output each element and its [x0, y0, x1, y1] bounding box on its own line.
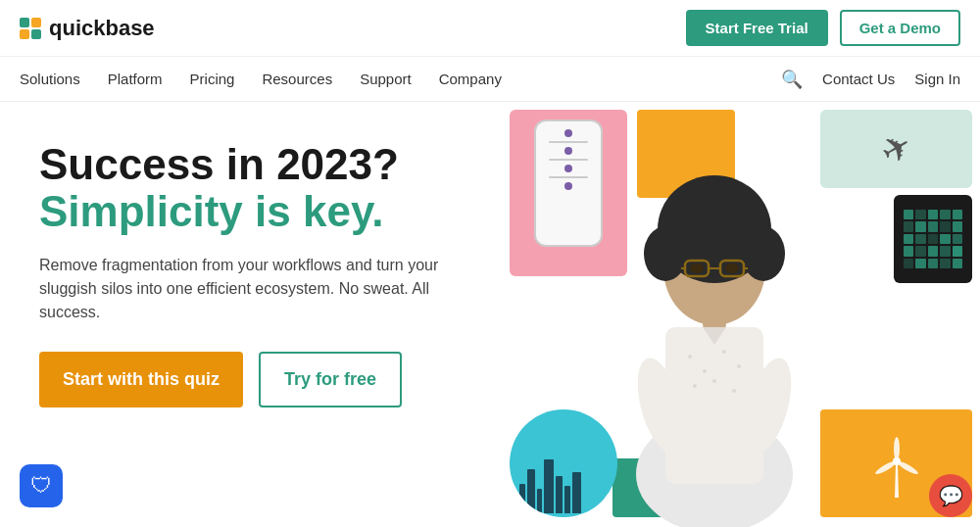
search-icon[interactable]: 🔍	[781, 69, 803, 90]
svg-point-3	[896, 459, 919, 476]
svg-point-14	[675, 183, 754, 232]
nav-right: 🔍 Contact Us Sign In	[781, 69, 960, 90]
logo[interactable]: quickbase	[20, 16, 155, 41]
plane-icon: ✈	[873, 123, 919, 173]
shield-icon: 🛡	[30, 473, 52, 499]
grid-lines	[904, 210, 962, 268]
map-dot-2	[564, 147, 572, 155]
map-dot-3	[564, 165, 572, 172]
map-dot-4	[564, 182, 572, 190]
svg-point-4	[873, 459, 897, 476]
shield-badge-button[interactable]: 🛡	[20, 464, 63, 507]
hero-title-line2: Simplicity is key.	[39, 188, 470, 235]
person-image	[587, 102, 842, 527]
hero-description: Remove fragmentation from your workflows…	[39, 254, 451, 324]
nav-platform[interactable]: Platform	[108, 71, 163, 87]
map-line-3	[549, 176, 588, 178]
svg-point-13	[742, 226, 785, 281]
nav-solutions[interactable]: Solutions	[20, 71, 80, 87]
map-line-2	[549, 159, 588, 161]
get-demo-button[interactable]: Get a Demo	[840, 10, 960, 46]
hero-buttons: Start with this quiz Try for free	[39, 352, 470, 407]
nav-resources[interactable]: Resources	[262, 71, 332, 87]
quiz-button[interactable]: Start with this quiz	[39, 352, 243, 407]
svg-point-12	[644, 226, 687, 281]
hero-title-line1: Success in 2023?	[39, 141, 470, 188]
svg-point-27	[712, 379, 716, 383]
top-actions: Start Free Trial Get a Demo	[686, 10, 960, 46]
svg-point-26	[693, 384, 697, 388]
plane-tile: ✈	[820, 110, 972, 188]
hero-section: Success in 2023? Simplicity is key. Remo…	[0, 102, 980, 527]
free-trial-button[interactable]: Try for free	[259, 352, 402, 407]
top-bar: quickbase Start Free Trial Get a Demo	[0, 0, 980, 57]
svg-point-23	[703, 369, 707, 373]
sign-in-link[interactable]: Sign In	[914, 71, 960, 87]
chat-bubble-button[interactable]: 💬	[929, 474, 972, 517]
logo-icon	[20, 18, 41, 39]
windmill-icon	[862, 424, 931, 503]
svg-point-2	[894, 437, 900, 460]
svg-point-21	[725, 264, 739, 273]
logo-text: quickbase	[49, 16, 155, 41]
start-free-trial-button[interactable]: Start Free Trial	[686, 10, 828, 46]
person-svg	[587, 102, 842, 527]
svg-point-28	[732, 389, 736, 393]
nav-bar: Solutions Platform Pricing Resources Sup…	[0, 57, 980, 102]
contact-us-link[interactable]: Contact Us	[822, 71, 895, 87]
nav-pricing[interactable]: Pricing	[190, 71, 235, 87]
svg-point-20	[690, 264, 704, 273]
nav-company[interactable]: Company	[439, 71, 502, 87]
hero-visual: ✈	[500, 102, 980, 527]
nav-support[interactable]: Support	[360, 71, 412, 87]
nav-links: Solutions Platform Pricing Resources Sup…	[20, 71, 502, 87]
map-dot-1	[564, 129, 572, 137]
svg-point-22	[688, 355, 692, 359]
chat-icon: 💬	[939, 484, 963, 507]
map-line-1	[549, 141, 588, 143]
svg-point-25	[737, 364, 741, 368]
svg-point-24	[722, 350, 726, 354]
grid-tile	[894, 195, 972, 283]
hero-content: Success in 2023? Simplicity is key. Remo…	[0, 102, 500, 527]
svg-marker-0	[895, 463, 899, 498]
